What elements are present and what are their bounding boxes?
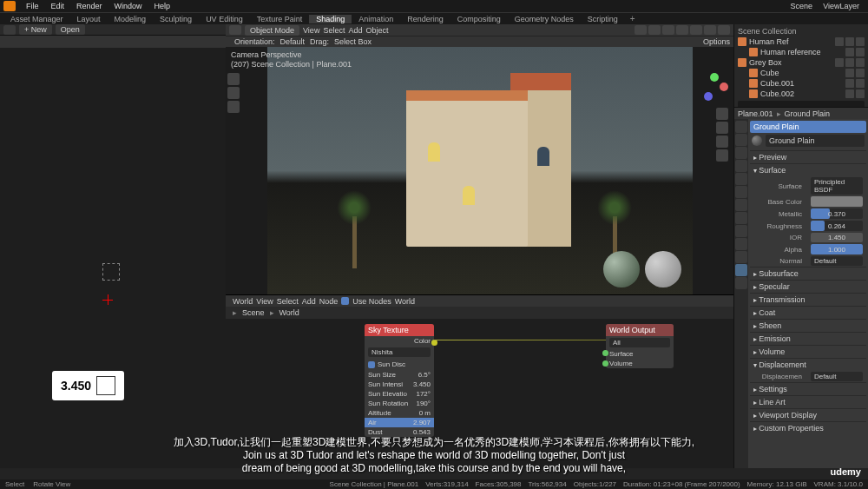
world-tab-icon[interactable] xyxy=(735,173,747,185)
tab-sculpting[interactable]: Sculpting xyxy=(153,15,199,23)
outliner-collection[interactable]: Grey Box xyxy=(736,57,866,68)
drag-mode-dropdown[interactable]: Select Box xyxy=(334,37,372,46)
viewlayer-name[interactable]: ViewLayer xyxy=(818,2,865,10)
breadcrumb-scene[interactable]: Scene xyxy=(242,308,265,317)
nav-gizmo[interactable] xyxy=(700,73,728,101)
editor-type-icon[interactable] xyxy=(3,25,16,35)
base-color-chip[interactable] xyxy=(811,196,863,207)
breadcrumb-world[interactable]: World xyxy=(279,308,299,317)
shading-rendered-icon[interactable] xyxy=(718,25,730,35)
dust-value[interactable]: 0.543 xyxy=(413,428,431,436)
data-tab-icon[interactable] xyxy=(735,251,747,263)
material-tab-icon[interactable] xyxy=(735,264,747,276)
menu-help[interactable]: Help xyxy=(149,2,176,10)
surface-shader-dropdown[interactable]: Principled BSDF xyxy=(811,177,863,195)
menu-add[interactable]: Add xyxy=(302,297,316,306)
overlay-icon[interactable] xyxy=(648,25,661,35)
editor-type-icon[interactable] xyxy=(229,25,241,35)
xray-icon[interactable] xyxy=(662,25,674,35)
surface-section[interactable]: Surface xyxy=(750,163,866,176)
color-output-socket-dot[interactable] xyxy=(431,340,437,346)
world-datablock[interactable]: World xyxy=(395,297,415,306)
render-toggle[interactable] xyxy=(856,79,865,88)
menu-view[interactable]: View xyxy=(303,26,319,35)
viewlayer-tab-icon[interactable] xyxy=(735,147,747,159)
use-nodes-checkbox[interactable] xyxy=(341,297,349,305)
outliner-search[interactable] xyxy=(738,101,865,107)
tab-geometry-nodes[interactable]: Geometry Nodes xyxy=(508,15,581,23)
render-toggle[interactable] xyxy=(856,37,865,46)
menu-window[interactable]: Window xyxy=(109,2,148,10)
sky-type-dropdown[interactable]: Nishita xyxy=(368,347,431,357)
visibility-toggle[interactable] xyxy=(845,79,854,88)
visibility-toggle[interactable] xyxy=(845,69,854,77)
viewport-3d[interactable]: Camera Perspective (207) Scene Collectio… xyxy=(226,47,733,294)
orbit-icon[interactable] xyxy=(227,101,240,113)
constraint-tab-icon[interactable] xyxy=(735,238,747,250)
visibility-toggle[interactable] xyxy=(845,89,854,98)
new-button[interactable]: + New xyxy=(19,24,52,35)
outliner-item[interactable]: Cube xyxy=(736,68,866,78)
surface-input-socket[interactable] xyxy=(602,350,608,356)
orientation-dropdown[interactable]: Default xyxy=(280,37,306,46)
transmission-section[interactable]: Transmission xyxy=(750,293,866,306)
modifier-tab-icon[interactable] xyxy=(735,199,747,211)
menu-object[interactable]: Object xyxy=(365,26,388,35)
sun-rotation-value[interactable]: 190° xyxy=(416,400,431,407)
normal-dropdown[interactable]: Default xyxy=(811,256,863,266)
altitude-value[interactable]: 0 m xyxy=(419,409,431,417)
sun-elevation-value[interactable]: 172° xyxy=(416,390,431,398)
object-tab-icon[interactable] xyxy=(735,186,747,198)
sun-size-value[interactable]: 6.5° xyxy=(418,371,431,379)
world-output-node[interactable]: World Output All Surface Volume xyxy=(606,324,674,368)
outliner-header[interactable]: Scene Collection xyxy=(736,26,866,36)
gizmo-x-axis[interactable] xyxy=(720,83,728,91)
add-workspace-button[interactable]: + xyxy=(625,14,641,23)
custom-properties-section[interactable]: Custom Properties xyxy=(750,421,866,434)
emission-section[interactable]: Emission xyxy=(750,332,866,345)
sun-intensity-value[interactable]: 3.450 xyxy=(413,380,431,388)
render-tab-icon[interactable] xyxy=(735,121,747,133)
snap-icon[interactable] xyxy=(635,25,647,35)
surface-input-label[interactable]: Surface xyxy=(609,350,634,358)
persp-tool-icon[interactable] xyxy=(716,149,728,162)
mode-dropdown[interactable]: Object Mode xyxy=(245,25,299,36)
options-button[interactable]: Options xyxy=(703,37,730,46)
particle-tab-icon[interactable] xyxy=(735,212,747,224)
sheen-section[interactable]: Sheen xyxy=(750,319,866,332)
menu-add[interactable]: Add xyxy=(348,26,362,35)
outliner-item[interactable]: Cube.001 xyxy=(736,78,866,89)
line-art-section[interactable]: Line Art xyxy=(750,395,866,408)
alpha-slider[interactable]: 1.000 xyxy=(811,244,863,254)
exclude-toggle[interactable] xyxy=(835,37,844,46)
menu-node[interactable]: Node xyxy=(319,297,339,306)
visibility-toggle[interactable] xyxy=(845,37,854,46)
move-tool-icon[interactable] xyxy=(716,122,728,134)
displacement-section[interactable]: Displacement xyxy=(750,358,866,371)
visibility-toggle[interactable] xyxy=(845,48,854,56)
zoom-tool-icon[interactable] xyxy=(716,108,728,120)
node-link[interactable] xyxy=(434,340,606,340)
preview-section[interactable]: Preview xyxy=(750,150,866,163)
gizmo-y-axis[interactable] xyxy=(710,73,719,82)
menu-render[interactable]: Render xyxy=(71,2,108,10)
volume-section[interactable]: Volume xyxy=(750,345,866,358)
render-toggle[interactable] xyxy=(856,58,865,67)
sky-texture-node[interactable]: Sky Texture Color Nishita Sun Disc Sun S… xyxy=(365,324,434,437)
settings-section[interactable]: Settings xyxy=(750,382,866,395)
tab-rendering[interactable]: Rendering xyxy=(400,15,450,23)
shading-wireframe-icon[interactable] xyxy=(676,25,688,35)
render-toggle[interactable] xyxy=(856,69,865,77)
menu-edit[interactable]: Edit xyxy=(46,2,70,10)
sun-disc-checkbox[interactable] xyxy=(368,361,375,368)
menu-file[interactable]: File xyxy=(21,2,44,10)
tab-animation[interactable]: Animation xyxy=(352,15,400,23)
texture-tab-icon[interactable] xyxy=(735,277,747,289)
tab-uv-editing[interactable]: UV Editing xyxy=(199,15,250,23)
air-value[interactable]: 2.907 xyxy=(413,419,431,426)
specular-section[interactable]: Specular xyxy=(750,280,866,293)
shading-solid-icon[interactable] xyxy=(690,25,702,35)
volume-input-label[interactable]: Volume xyxy=(609,360,633,367)
node-title[interactable]: World Output xyxy=(606,324,674,336)
render-toggle[interactable] xyxy=(856,89,865,98)
